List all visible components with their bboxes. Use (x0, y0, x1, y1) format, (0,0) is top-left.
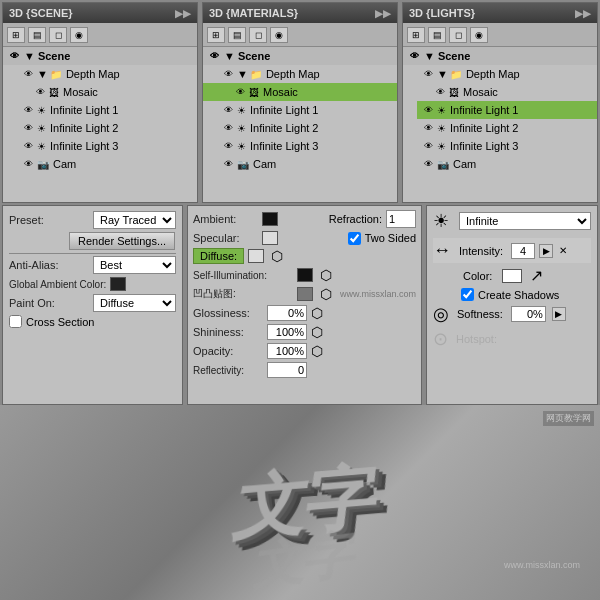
self-illum-swatch[interactable] (297, 268, 313, 282)
tree-item-cam-lights[interactable]: 👁 📷 Cam (417, 155, 597, 173)
tree-item-depthmap-lights[interactable]: 👁 ▼ 📁 Depth Map (417, 65, 597, 83)
toolbar-shape-btn[interactable]: ◻ (49, 27, 67, 43)
softness-input[interactable] (511, 306, 546, 322)
tree-item-light1-lights[interactable]: 👁 ☀ Infinite Light 1 (417, 101, 597, 119)
cross-section-checkbox[interactable] (9, 315, 22, 328)
light-type-select[interactable]: Infinite (459, 212, 591, 230)
lights-toolbar: ⊞ ▤ ◻ ◉ (403, 23, 597, 47)
item-label: Infinite Light 1 (450, 104, 519, 116)
softness-icon: ◎ (433, 303, 449, 325)
eye-icon: 👁 (433, 85, 447, 99)
eye-icon: 👁 (421, 139, 435, 153)
folder-icon: 📁 (50, 69, 62, 80)
toolbar-eye-btn[interactable]: ◉ (270, 27, 288, 43)
ambient-color-swatch[interactable] (110, 277, 126, 291)
toolbar-layers-btn[interactable]: ▤ (228, 27, 246, 43)
light-color-swatch[interactable] (502, 269, 522, 283)
tree-item-light3-scene[interactable]: 👁 ☀ Infinite Light 3 (17, 137, 197, 155)
tree-item-mosaic-mat[interactable]: 👁 🖼 Mosaic (203, 83, 397, 101)
tree-item-cam-mat[interactable]: 👁 📷 Cam (217, 155, 397, 173)
toolbar-shape-btn[interactable]: ◻ (249, 27, 267, 43)
intensity-clear-btn[interactable]: ✕ (559, 245, 567, 256)
tree-item-depthmap-scene[interactable]: 👁 ▼ 📁 Depth Map (17, 65, 197, 83)
specular-mat-row: Specular: Two Sided (193, 231, 416, 245)
eye-icon: 👁 (421, 121, 435, 135)
preset-select[interactable]: Ray Traced (93, 211, 176, 229)
softness-stepper-btn[interactable]: ▶ (552, 307, 566, 321)
tree-item-mosaic-scene[interactable]: 👁 🖼 Mosaic (3, 83, 197, 101)
specular-mat-swatch[interactable] (262, 231, 278, 245)
self-illum-texture-btn[interactable]: ⬡ (320, 267, 332, 283)
opacity-input[interactable] (267, 343, 307, 359)
paint-on-select[interactable]: Diffuse (93, 294, 176, 312)
shininess-texture-btn[interactable]: ⬡ (311, 324, 323, 340)
scene-panel-title: 3D {SCENE} (9, 7, 73, 19)
intensity-input[interactable] (511, 243, 535, 259)
hotspot-label: Hotspot: (456, 333, 497, 345)
lights-settings-panel: ☀ Infinite ↔ Intensity: ▶ ✕ Color: ↗ Cre… (426, 205, 598, 405)
eye-icon: 👁 (221, 67, 235, 81)
opacity-row: Opacity: ⬡ (193, 343, 416, 359)
tree-item-light2-lights[interactable]: 👁 ☀ Infinite Light 2 (417, 119, 597, 137)
toolbar-shape-btn[interactable]: ◻ (449, 27, 467, 43)
tree-item-light1-mat[interactable]: 👁 ☀ Infinite Light 1 (217, 101, 397, 119)
paint-on-label: Paint On: (9, 297, 89, 309)
expand-icon: ▶▶ (175, 8, 191, 19)
glossiness-texture-btn[interactable]: ⬡ (311, 305, 323, 321)
toolbar-eye-btn[interactable]: ◉ (470, 27, 488, 43)
materials-header-icons: ▶▶ (375, 8, 391, 19)
glossiness-input[interactable] (267, 305, 307, 321)
toolbar-layers-btn[interactable]: ▤ (28, 27, 46, 43)
diffuse-texture-btn[interactable]: ⬡ (271, 248, 283, 264)
toolbar-layers-btn[interactable]: ▤ (428, 27, 446, 43)
softness-label: Softness: (457, 308, 503, 320)
arrow-icon: ▼ (37, 68, 48, 80)
intensity-up-btn[interactable]: ▶ (539, 244, 553, 258)
scene-panel-header: 3D {SCENE} ▶▶ (3, 3, 197, 23)
refraction-label: Refraction: (329, 213, 382, 225)
tree-item-mosaic-lights[interactable]: 👁 🖼 Mosaic (403, 83, 597, 101)
light-rotate-icon: ↔ (433, 240, 451, 261)
tree-item-cam-scene[interactable]: 👁 📷 Cam (17, 155, 197, 173)
antialias-select[interactable]: Best (93, 256, 176, 274)
create-shadows-checkbox[interactable] (461, 288, 474, 301)
toolbar-grid-btn[interactable]: ⊞ (407, 27, 425, 43)
bump-texture-btn[interactable]: ⬡ (320, 286, 332, 302)
opacity-texture-btn[interactable]: ⬡ (311, 343, 323, 359)
tree-item-light1-scene[interactable]: 👁 ☀ Infinite Light 1 (17, 101, 197, 119)
toolbar-grid-btn[interactable]: ⊞ (207, 27, 225, 43)
scene-root-label: 👁 ▼ Scene (3, 47, 197, 65)
bump-swatch[interactable] (297, 287, 313, 301)
ambient-mat-label: Ambient: (193, 213, 258, 225)
watermark-mat: www.missxlan.com (340, 289, 416, 299)
materials-root-label: 👁 ▼ Scene (203, 47, 397, 65)
shininess-input[interactable] (267, 324, 307, 340)
antialias-label: Anti-Alias: (9, 259, 89, 271)
light-icon: ☀ (237, 123, 246, 134)
arrow-icon: ▼ (437, 68, 448, 80)
tree-item-light2-mat[interactable]: 👁 ☀ Infinite Light 2 (217, 119, 397, 137)
lights-panel: 3D {LIGHTS} ▶▶ ⊞ ▤ ◻ ◉ 👁 ▼ Scene 👁 ▼ 📁 D… (402, 2, 598, 203)
create-shadows-label: Create Shadows (478, 289, 559, 301)
render-settings-button[interactable]: Render Settings... (69, 232, 175, 250)
color-picker-cursor[interactable]: ↗ (530, 266, 543, 285)
refraction-input[interactable] (386, 210, 416, 228)
item-label: Infinite Light 2 (250, 122, 319, 134)
intensity-label: Intensity: (459, 245, 503, 257)
materials-panel-header: 3D {MATERIALS} ▶▶ (203, 3, 397, 23)
light-icon: ☀ (437, 141, 446, 152)
tree-item-light3-mat[interactable]: 👁 ☀ Infinite Light 3 (217, 137, 397, 155)
glossiness-label: Glossiness: (193, 307, 263, 319)
ambient-mat-swatch[interactable] (262, 212, 278, 226)
tree-item-depthmap-mat[interactable]: 👁 ▼ 📁 Depth Map (217, 65, 397, 83)
diffuse-mat-swatch[interactable] (248, 249, 264, 263)
toolbar-grid-btn[interactable]: ⊞ (7, 27, 25, 43)
panels-row: 3D {SCENE} ▶▶ ⊞ ▤ ◻ ◉ 👁 ▼ Scene 👁 ▼ 📁 De… (0, 0, 600, 205)
tree-item-light3-lights[interactable]: 👁 ☀ Infinite Light 3 (417, 137, 597, 155)
cross-section-row: Cross Section (9, 315, 176, 328)
toolbar-eye-btn[interactable]: ◉ (70, 27, 88, 43)
tree-item-light2-scene[interactable]: 👁 ☀ Infinite Light 2 (17, 119, 197, 137)
watermark-top: 网页教学网 (543, 411, 594, 426)
reflectivity-input[interactable] (267, 362, 307, 378)
two-sided-checkbox[interactable] (348, 232, 361, 245)
